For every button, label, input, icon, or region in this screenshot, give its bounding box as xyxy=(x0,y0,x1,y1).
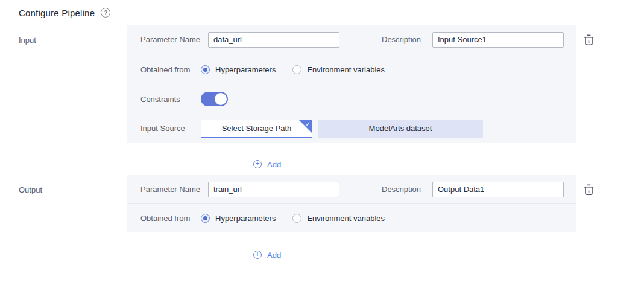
output-description-field[interactable] xyxy=(432,182,564,197)
output-obtained-from-row: Obtained from Hyperparameters Environmen… xyxy=(127,204,576,232)
constraints-label: Constraints xyxy=(140,95,201,104)
output-parameter-card: Parameter Name Description Obtained from… xyxy=(127,175,576,232)
input-constraints-row: Constraints xyxy=(127,85,576,114)
configure-pipeline-page: Configure Pipeline ? Input Parameter Nam… xyxy=(0,0,644,282)
input-fields-row: Parameter Name Description xyxy=(127,25,576,54)
help-icon[interactable]: ? xyxy=(101,8,110,18)
plus-circle-icon: + xyxy=(253,160,262,168)
input-source-tabs: Select Storage Path ✓ ModelArts dataset xyxy=(201,120,483,138)
add-output-label: Add xyxy=(267,251,281,260)
radio-environment-variables-label: Environment variables xyxy=(307,214,385,223)
input-source-label: Input Source xyxy=(140,124,201,133)
input-parameter-card: Parameter Name Description Obtained from… xyxy=(127,25,576,143)
radio-environment-variables-label: Environment variables xyxy=(307,65,385,74)
plus-circle-icon: + xyxy=(253,251,262,259)
delete-input-button[interactable] xyxy=(583,34,595,48)
constraints-toggle[interactable] xyxy=(201,92,228,106)
tab-modelarts-dataset[interactable]: ModelArts dataset xyxy=(318,120,483,138)
trash-icon xyxy=(583,184,595,196)
page-title: Configure Pipeline xyxy=(19,8,95,18)
output-parameter-name-field[interactable] xyxy=(208,182,339,197)
radio-selected-icon xyxy=(201,214,210,223)
parameter-name-label: Parameter Name xyxy=(140,185,208,194)
add-output-button[interactable]: + Add xyxy=(253,249,281,261)
trash-icon xyxy=(583,34,595,46)
radio-environment-variables[interactable]: Environment variables xyxy=(292,65,385,74)
radio-hyperparameters-label: Hyperparameters xyxy=(215,214,276,223)
tab-select-storage-path-label: Select Storage Path xyxy=(222,124,292,133)
description-label: Description xyxy=(382,185,432,194)
radio-hyperparameters[interactable]: Hyperparameters xyxy=(201,214,276,223)
input-description-field[interactable] xyxy=(432,32,564,48)
output-section: Output Parameter Name Description Obtain… xyxy=(0,175,644,261)
radio-selected-icon xyxy=(201,65,210,74)
output-section-label: Output xyxy=(0,175,127,194)
add-input-label: Add xyxy=(267,160,281,169)
page-header: Configure Pipeline ? xyxy=(0,0,644,19)
input-section: Input Parameter Name Description Obtaine… xyxy=(0,25,644,170)
input-parameter-name-field[interactable] xyxy=(208,32,339,48)
radio-hyperparameters-label: Hyperparameters xyxy=(215,65,276,74)
input-obtained-from-row: Obtained from Hyperparameters Environmen… xyxy=(127,54,576,85)
output-fields-row: Parameter Name Description xyxy=(127,175,576,204)
tab-modelarts-dataset-label: ModelArts dataset xyxy=(369,124,432,133)
toggle-knob-icon xyxy=(215,93,227,105)
radio-unselected-icon xyxy=(292,214,301,223)
input-source-row: Input Source Select Storage Path ✓ Model… xyxy=(127,114,576,143)
description-label: Description xyxy=(382,35,432,44)
radio-unselected-icon xyxy=(292,65,301,74)
check-icon: ✓ xyxy=(306,120,311,128)
obtained-from-label: Obtained from xyxy=(140,65,201,74)
obtained-from-label: Obtained from xyxy=(140,214,201,223)
add-input-button[interactable]: + Add xyxy=(253,158,281,170)
radio-environment-variables[interactable]: Environment variables xyxy=(292,214,385,223)
delete-output-button[interactable] xyxy=(583,184,595,198)
parameter-name-label: Parameter Name xyxy=(140,35,208,44)
tab-select-storage-path[interactable]: Select Storage Path ✓ xyxy=(201,120,312,138)
radio-hyperparameters[interactable]: Hyperparameters xyxy=(201,65,276,74)
input-section-label: Input xyxy=(0,25,127,45)
